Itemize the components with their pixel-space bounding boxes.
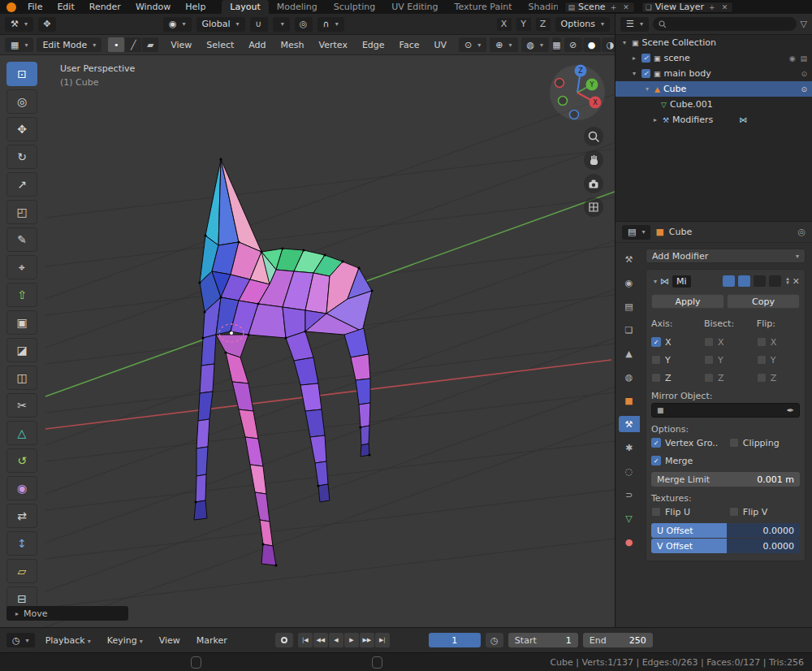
- play-reverse-button[interactable]: ◀: [329, 633, 343, 647]
- u-offset-field[interactable]: U Offset 0.0000: [651, 523, 800, 538]
- current-frame-field[interactable]: 1: [429, 633, 481, 647]
- prop-tab-object[interactable]: ■: [619, 392, 640, 409]
- xray-toggle[interactable]: ▦: [552, 37, 560, 52]
- snap-settings-dropdown[interactable]: ▾: [273, 17, 290, 32]
- menu-view[interactable]: View: [165, 40, 197, 50]
- new-scene-button[interactable]: +: [609, 3, 619, 11]
- outliner-row-scene-collection[interactable]: ▾ ▣ Scene Collection: [615, 35, 812, 50]
- tool-transform[interactable]: ◰: [6, 200, 37, 224]
- collection-checkbox[interactable]: ✓: [641, 69, 650, 78]
- pivot-point-dropdown[interactable]: ◉ ▾: [163, 17, 192, 32]
- editor-type-viewport[interactable]: ▦ ▾: [5, 37, 33, 52]
- tool-spin[interactable]: ↺: [6, 448, 37, 473]
- edge-select-mode[interactable]: ╱: [125, 37, 141, 52]
- pin-icon[interactable]: ◎: [797, 227, 806, 237]
- tab-layout[interactable]: Layout: [222, 0, 268, 14]
- tool-edge-slide[interactable]: ⇄: [6, 504, 37, 528]
- operator-panel[interactable]: ▸ Move: [6, 606, 128, 621]
- display-on-cage-toggle[interactable]: [769, 275, 781, 287]
- tool-measure[interactable]: ⌖: [6, 255, 37, 279]
- menu-timeline-view[interactable]: View: [153, 635, 186, 646]
- merge-limit-field[interactable]: Merge Limit 0.001 m: [651, 472, 800, 487]
- menu-vertex[interactable]: Vertex: [313, 40, 353, 50]
- jump-to-start-button[interactable]: |◀: [298, 633, 313, 647]
- solid-shading-button[interactable]: ●: [583, 37, 601, 52]
- navigation-gizmo[interactable]: Z Y X: [546, 60, 608, 122]
- flip-y-checkbox[interactable]: Y: [757, 353, 800, 366]
- orthographic-grid-button[interactable]: [584, 197, 603, 217]
- tool-annotate[interactable]: ✎: [6, 227, 37, 252]
- tab-sculpting[interactable]: Sculpting: [326, 0, 383, 14]
- face-select-mode[interactable]: ▰: [142, 37, 158, 52]
- menu-edge[interactable]: Edge: [356, 40, 391, 50]
- menu-face[interactable]: Face: [394, 40, 425, 50]
- modifier-name-field[interactable]: Mi: [672, 275, 691, 288]
- tab-modeling[interactable]: Modeling: [269, 0, 326, 14]
- auto-keyframe-button[interactable]: [275, 633, 293, 647]
- prop-tab-output[interactable]: ▤: [619, 298, 640, 314]
- outliner-row-modifiers[interactable]: ▸ ⚒ Modifiers ⋈: [615, 112, 812, 128]
- axis-y-checkbox[interactable]: Y: [651, 353, 704, 366]
- merge-checkbox[interactable]: ✓Merge: [651, 454, 800, 467]
- flip-v-checkbox[interactable]: Flip V: [729, 505, 800, 518]
- mirror-y-toggle[interactable]: Y: [516, 18, 531, 31]
- outliner-row-main-body[interactable]: ▾ ✓ ▣ main body ⊙: [615, 66, 812, 81]
- prop-tab-physics[interactable]: ◌: [619, 463, 640, 479]
- prop-tab-modifiers[interactable]: ⚒: [619, 416, 640, 432]
- menu-marker[interactable]: Marker: [191, 635, 233, 646]
- tool-knife[interactable]: ✂: [6, 393, 37, 418]
- editor-type-properties[interactable]: ▤ ▾: [622, 225, 650, 240]
- axis-x-checkbox[interactable]: ✓X: [651, 336, 704, 348]
- view-layer-selector[interactable]: ❏ View Layer + ✕: [641, 2, 733, 13]
- apply-button[interactable]: Apply: [651, 294, 724, 309]
- editor-type-outliner[interactable]: ☰ ▾: [620, 17, 649, 32]
- viewport-canvas[interactable]: ⊡ ◎ ✥ ↻ ↗ ◰ ✎ ⌖ ⇧ ▣ ◪ ◫ ✂ △ ↺ ◉ ⇄ ↕ ▱ ⊟ …: [0, 55, 615, 627]
- tool-move[interactable]: ✥: [6, 117, 37, 141]
- outliner-row-cube[interactable]: ▾ ▲ Cube ⊙: [615, 81, 812, 97]
- prop-tab-constraints[interactable]: ⊃: [619, 487, 640, 503]
- tool-cursor[interactable]: ◎: [6, 89, 37, 114]
- tool-options-dropdown[interactable]: Options ▾: [555, 17, 610, 32]
- tool-poly-build[interactable]: △: [6, 421, 37, 445]
- prop-tab-scene[interactable]: ▲: [619, 345, 640, 361]
- flip-x-checkbox[interactable]: X: [757, 336, 800, 348]
- tab-texture-paint[interactable]: Texture Paint: [447, 0, 520, 14]
- prev-keyframe-button[interactable]: ◀◀: [313, 633, 328, 647]
- editor-type-timeline[interactable]: ◷ ▾: [6, 633, 35, 647]
- add-modifier-dropdown[interactable]: Add Modifier ▾: [646, 249, 806, 263]
- menu-mesh[interactable]: Mesh: [275, 40, 310, 50]
- outliner-search[interactable]: [653, 17, 797, 31]
- display-render-toggle[interactable]: [754, 275, 766, 287]
- proportional-falloff-dropdown[interactable]: ∩ ▾: [317, 17, 344, 32]
- overlays-dropdown[interactable]: ◍ ▾: [521, 37, 550, 52]
- transform-orientation-dropdown[interactable]: Global ▾: [197, 17, 245, 32]
- outliner-row-cube-001[interactable]: ▽ Cube.001: [615, 97, 812, 112]
- outliner-search-input[interactable]: [669, 19, 790, 28]
- blender-logo-icon[interactable]: [6, 2, 16, 12]
- outliner-row-scene[interactable]: ▸ ✓ ▣ scene ◉ ▤: [615, 50, 812, 66]
- clock-icon[interactable]: ◷: [486, 633, 503, 647]
- copy-button[interactable]: Copy: [727, 294, 800, 309]
- mirror-z-toggle[interactable]: Z: [536, 18, 551, 31]
- prop-tab-tool[interactable]: ⚒: [619, 251, 640, 267]
- eyedropper-icon[interactable]: ✒: [787, 405, 794, 416]
- prop-tab-world[interactable]: ◍: [619, 369, 640, 385]
- tool-inset-faces[interactable]: ▣: [6, 310, 37, 335]
- zoom-button[interactable]: [584, 127, 603, 146]
- close-icon[interactable]: ✕: [793, 276, 800, 287]
- prop-tab-particles[interactable]: ✱: [619, 439, 640, 456]
- tool-smooth[interactable]: ◉: [6, 476, 37, 500]
- bisect-y-checkbox[interactable]: Y: [704, 353, 757, 366]
- bisect-z-checkbox[interactable]: Z: [704, 371, 757, 384]
- tool-extrude-region[interactable]: ⇧: [6, 283, 37, 307]
- proportional-edit-toggle[interactable]: ◎: [295, 17, 313, 32]
- prop-tab-view-layer[interactable]: ❏: [619, 322, 640, 338]
- visibility-dropdown[interactable]: ⊙ ▾: [459, 37, 486, 52]
- menu-playback[interactable]: Playback▾: [40, 635, 97, 646]
- menu-window[interactable]: Window: [129, 2, 177, 12]
- next-keyframe-button[interactable]: ▶▶: [360, 633, 374, 647]
- tool-bevel[interactable]: ◪: [6, 338, 37, 362]
- axis-z-checkbox[interactable]: Z: [651, 371, 704, 384]
- remove-view-layer-button[interactable]: ✕: [720, 3, 730, 11]
- tool-loop-cut[interactable]: ◫: [6, 366, 37, 390]
